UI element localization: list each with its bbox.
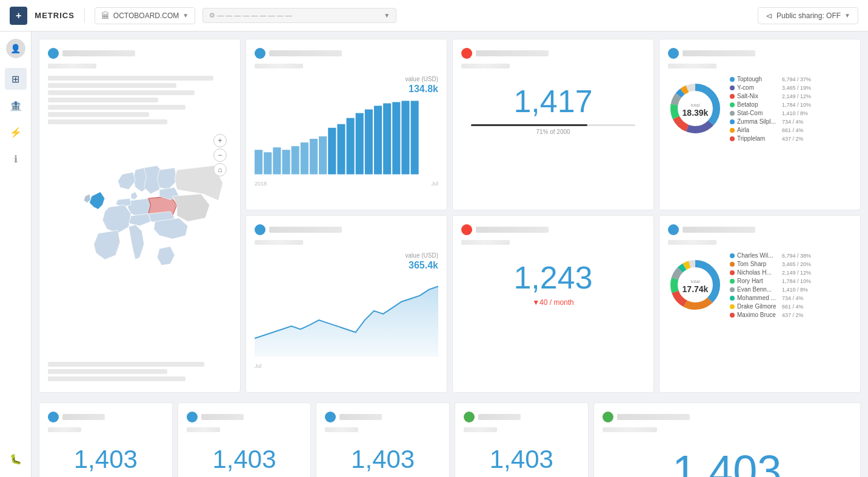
- donut-bottom-center: total 17.74k: [683, 279, 709, 294]
- bottom-card-1-subtitle: [187, 427, 220, 432]
- bar-chart-x-labels: 2018 Jul: [255, 181, 438, 187]
- legend-nums-2: 2,149 / 12%: [782, 93, 811, 99]
- map-zoom-out[interactable]: −: [213, 148, 227, 162]
- b-legend-nums-7: 437 / 2%: [782, 312, 804, 318]
- svg-rect-14: [383, 103, 391, 174]
- metric-mid-title: [476, 227, 549, 233]
- b-legend-item-3: Rory Hart 1,784 / 10%: [730, 278, 852, 284]
- bottom-card-1: 1,403 ▲0 / day: [178, 402, 312, 477]
- public-sharing-toggle[interactable]: ⊲ Public sharing: OFF ▼: [758, 7, 858, 24]
- add-button[interactable]: +: [10, 7, 27, 25]
- legend-item-1: Y-com 3,465 / 19%: [730, 84, 852, 91]
- bar-chart-svg: [255, 98, 438, 177]
- topnav: + METRICS 🏛 OCTOBOARD.COM ▼ ⚙ — — — — — …: [0, 0, 868, 32]
- legend-nums-4: 1,410 / 8%: [782, 110, 808, 116]
- bottom-card-0-icon-row: [48, 412, 164, 422]
- metric-top-progress-fill: [471, 124, 587, 126]
- svg-rect-2: [273, 147, 281, 174]
- sharing-dropdown-icon: ▼: [844, 12, 850, 19]
- b-legend-dot-6: [730, 304, 735, 309]
- metric-top-title-area: [461, 48, 645, 71]
- sidebar-item-info[interactable]: ℹ: [5, 148, 27, 170]
- map-home[interactable]: ⌂: [213, 163, 227, 176]
- map-container: + − ⌂: [48, 129, 232, 359]
- main-layout: 👤 ⊞ 🏦 ⚡ ℹ 🐛: [0, 32, 868, 477]
- bottom-card-0-subtitle: [48, 427, 81, 432]
- legend-line-5: [48, 105, 185, 110]
- svg-rect-1: [264, 152, 272, 174]
- bar-chart-value-label: value (USD): [255, 76, 438, 82]
- b-legend-name-0: Charles Wil...: [737, 252, 780, 259]
- map-card-subtitle: [48, 64, 96, 68]
- sidebar-item-lightning[interactable]: ⚡: [5, 121, 27, 143]
- line-chart-area: [255, 287, 438, 357]
- avatar[interactable]: 👤: [6, 39, 25, 58]
- bottom-card-3-icon: [464, 412, 475, 422]
- svg-rect-7: [319, 136, 327, 175]
- bottom-card-3: 1,403 ▲0 / day: [455, 402, 589, 477]
- sidebar: 👤 ⊞ 🏦 ⚡ ℹ 🐛: [0, 32, 32, 477]
- x-label-end: Jul: [431, 181, 438, 187]
- map-card-title: [62, 50, 135, 56]
- line-chart-svg: [255, 275, 438, 359]
- map-card-title-area: [48, 48, 232, 71]
- bar-chart-title: [269, 50, 342, 56]
- metric-mid-title-area: [461, 224, 645, 247]
- b-legend-nums-1: 3,465 / 20%: [782, 261, 811, 267]
- bottom-card-2: 1,403 ▲0 / day: [316, 402, 450, 477]
- bottom-card-1-title-area: [187, 412, 302, 435]
- bottom-legend-line-2: [48, 369, 167, 374]
- b-legend-item-1: Tom Sharp 3,465 / 20%: [730, 261, 852, 267]
- b-legend-dot-7: [730, 313, 735, 318]
- b-legend-dot-2: [730, 270, 735, 275]
- bottom-card-0-value: 1,403: [48, 447, 164, 472]
- donut-bottom-title-area: [668, 224, 852, 247]
- legend-name-7: Tripplelam: [737, 135, 780, 142]
- metric-top-progress-label: 71% of 2000: [461, 128, 645, 135]
- metric-top-progress-bar: [471, 124, 635, 126]
- bottom-card-4-icon: [603, 412, 613, 422]
- bar-chart-card: value (USD) 134.8k: [245, 39, 447, 210]
- sidebar-item-dashboard[interactable]: ⊞: [5, 68, 27, 90]
- bottom-card-4-subtitle: [603, 427, 657, 432]
- line-chart-card: value (USD) 365.4k Jul: [245, 215, 447, 393]
- legend-name-1: Y-com: [737, 84, 780, 91]
- legend-nums-6: 661 / 4%: [782, 127, 804, 133]
- donut-top-subtitle: [668, 64, 716, 68]
- line-chart-icon: [255, 224, 265, 235]
- bar-chart-value: 134.8k: [255, 84, 438, 95]
- svg-rect-8: [328, 128, 336, 175]
- metric-top-card: 1,417 71% of 2000: [452, 39, 654, 210]
- donut-top-center-value: 18.39k: [683, 108, 709, 118]
- map-legend-lines: [48, 76, 232, 124]
- donut-bottom-card: total 17.74k Charles Wil... 6,794 / 38%: [659, 215, 861, 393]
- metric-mid-icon-row: [461, 224, 645, 235]
- map-zoom-in[interactable]: +: [213, 134, 227, 147]
- svg-rect-15: [392, 102, 400, 174]
- sidebar-item-bank[interactable]: 🏦: [5, 95, 27, 116]
- org-selector[interactable]: 🏛 OCTOBOARD.COM ▼: [95, 7, 195, 24]
- org-name: OCTOBOARD.COM: [113, 12, 179, 20]
- metric-top-title: [476, 50, 549, 56]
- svg-rect-0: [255, 150, 262, 174]
- metric-mid-card: 1,243 ▼40 / month: [452, 215, 654, 393]
- donut-bottom-area: total 17.74k Charles Wil... 6,794 / 38%: [668, 252, 852, 320]
- metric-mid-subtitle: [461, 240, 510, 245]
- bottom-card-0-icon: [48, 412, 59, 422]
- donut-top-svg-wrap: total 18.39k: [668, 81, 723, 138]
- sidebar-item-bug[interactable]: 🐛: [5, 448, 27, 470]
- selector-dropdown-icon: ▼: [384, 12, 390, 19]
- legend-dot-7: [730, 136, 735, 141]
- legend-item-5: Zumma Silpl... 734 / 4%: [730, 118, 852, 125]
- svg-rect-13: [374, 105, 382, 174]
- donut-top-title: [683, 50, 755, 56]
- europe-map-svg: [48, 129, 232, 359]
- dashboard-selector[interactable]: ⚙ — — — — — — — — — ▼: [202, 8, 396, 23]
- bottom-card-0-title: [62, 414, 105, 420]
- b-legend-name-2: Nicholas H...: [737, 269, 780, 276]
- b-legend-dot-1: [730, 262, 735, 267]
- map-card-icon: [48, 48, 59, 59]
- metrics-label: METRICS: [35, 11, 75, 20]
- bar-chart-icon: [255, 48, 265, 59]
- nav-divider: [84, 8, 85, 23]
